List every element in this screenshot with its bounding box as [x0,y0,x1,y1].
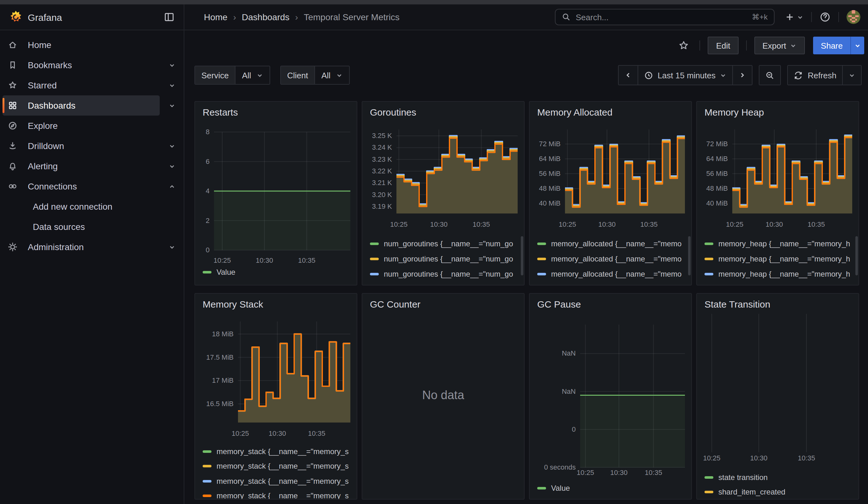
panel-restarts: Restarts0246810:2510:3010:35Value [194,101,357,286]
search-icon [562,13,571,21]
panel-title[interactable]: Goroutines [370,107,416,117]
chevron-up-icon[interactable] [160,183,184,190]
legend-item[interactable]: memory_stack {__name__="memory_s [203,444,352,459]
legend-scrollbar[interactable] [521,236,523,275]
legend-swatch-green [704,243,713,245]
share-menu-button[interactable] [850,37,864,54]
variable-value-dropdown[interactable]: All [236,66,270,84]
legend-item[interactable]: Value [203,265,352,280]
panel-title[interactable]: Memory Heap [704,107,764,117]
legend-item[interactable]: num_goroutines {__name__="num_go [370,251,519,267]
refresh-interval-button[interactable] [842,66,861,85]
refresh-button[interactable]: Refresh [788,66,842,85]
time-controls: Last 15 minutes [618,65,862,85]
sidebar-item-link[interactable]: Home [2,35,160,55]
add-button[interactable] [785,12,804,22]
panel-title[interactable]: GC Counter [370,299,421,309]
grid-icon [8,101,18,111]
breadcrumb-item[interactable]: Home [204,12,228,22]
svg-text:3.21 K: 3.21 K [372,179,392,187]
refresh-icon [794,70,803,80]
svg-text:10:25: 10:25 [703,454,720,462]
legend-item[interactable]: Value [537,481,686,496]
export-button[interactable]: Export [754,37,805,54]
search-input[interactable]: Search... ⌘+k [555,9,775,25]
help-button[interactable] [819,11,831,23]
sidebar-item-link[interactable]: Add new connection [2,196,160,217]
legend-item[interactable]: memory_allocated {__name__="memo [537,236,686,251]
chevron-down-icon [848,72,855,79]
svg-text:17.5 MiB: 17.5 MiB [206,353,234,361]
legend-item[interactable]: state transition [704,470,854,485]
chevron-down-icon[interactable] [160,244,184,250]
export-label: Export [762,41,786,50]
legend-item[interactable]: num_goroutines {__name__="num_go [370,282,519,285]
chevron-down-icon[interactable] [160,163,184,169]
grafana-logo-icon[interactable] [9,10,23,24]
legend-item[interactable]: memory_heap {__name__="memory_h [704,267,854,282]
header-brand-area: Grafana [0,4,184,30]
legend-item[interactable]: memory_heap {__name__="memory_h [704,251,854,267]
chevron-down-icon [790,42,797,49]
legend-item[interactable]: memory_heap {__name__="memory_h [704,282,854,285]
sidebar-item-link[interactable]: Data sources [2,217,160,237]
svg-text:56 MiB: 56 MiB [539,169,560,177]
chart-statetrans[interactable]: 10:2510:3010:35 [697,294,859,499]
legend-scrollbar[interactable] [688,236,691,275]
svg-text:16.5 MiB: 16.5 MiB [206,400,234,408]
share-button[interactable]: Share [813,37,850,54]
chart-gcpause[interactable]: 0 seconds0NaNNaN10:2510:3010:35 [530,294,691,499]
legend-item[interactable]: memory_allocated {__name__="memo [537,251,686,267]
legend-item[interactable]: memory_allocated {__name__="memo [537,267,686,282]
legend-item[interactable]: num_goroutines {__name__="num_go [370,236,519,251]
sidebar-item-link[interactable]: Administration [2,237,160,257]
sidebar-item-link[interactable]: Connections [2,176,160,196]
chart-restarts[interactable]: 0246810:2510:3010:35 [195,102,356,285]
time-back-button[interactable] [618,66,637,85]
svg-text:10:25: 10:25 [213,256,231,264]
chevron-down-icon[interactable] [160,142,184,150]
legend-scrollbar[interactable] [855,236,858,275]
chevron-down-icon[interactable] [160,62,184,69]
sidebar-item-administration: Administration [0,237,184,257]
favorite-star-button[interactable] [676,40,692,51]
time-forward-button[interactable] [733,66,752,85]
legend-item[interactable]: memory_heap {__name__="memory_h [704,236,854,251]
variable-value-dropdown[interactable]: All [315,66,349,84]
panel-title[interactable]: GC Pause [537,299,581,309]
edit-button[interactable]: Edit [708,37,738,54]
variable-value: All [242,70,251,80]
legend-swatch-blue [203,480,211,483]
time-range-picker[interactable]: Last 15 minutes [637,66,733,85]
breadcrumb-separator: › [233,12,236,22]
chevron-down-icon[interactable] [160,102,184,109]
panel-title[interactable]: Memory Stack [203,299,263,309]
legend-swatch-yellow [704,258,713,260]
svg-text:10:35: 10:35 [298,256,315,264]
sidebar-item-link[interactable]: Alerting [2,156,160,176]
sidebar-item-link[interactable]: Drilldown [2,136,160,156]
sidebar-item-dashboards: Dashboards [0,95,184,116]
sidebar-toggle-icon[interactable] [164,11,175,23]
svg-text:18 MiB: 18 MiB [212,330,234,338]
panel-title[interactable]: State Transition [704,299,770,309]
breadcrumb-item[interactable]: Dashboards [242,12,289,22]
legend-item[interactable]: shard_item_created [704,485,854,499]
legend-item[interactable]: num_goroutines {__name__="num_go [370,267,519,282]
svg-text:72 MiB: 72 MiB [539,140,560,148]
sidebar-item-link[interactable]: Bookmarks [2,55,160,75]
chevron-down-icon[interactable] [160,82,184,89]
breadcrumb-item[interactable]: Temporal Server Metrics [304,12,399,22]
sidebar-item-link[interactable]: Starred [2,75,160,95]
legend-item[interactable]: memory_stack {__name__="memory_s [203,474,352,488]
sidebar-item-link[interactable]: Explore [2,116,160,136]
legend-item[interactable]: memory_stack {__name__="memory_s [203,488,352,499]
sidebar-item-link[interactable]: Dashboards [2,95,160,116]
legend-item[interactable]: memory_allocated {__name__="memo [537,282,686,285]
legend-item[interactable]: memory_stack {__name__="memory_s [203,459,352,474]
legend-swatch-blue [370,273,379,275]
user-avatar[interactable] [847,10,860,24]
zoom-out-button[interactable] [760,66,781,85]
panel-title[interactable]: Memory Allocated [537,107,612,117]
panel-title[interactable]: Restarts [203,107,238,117]
